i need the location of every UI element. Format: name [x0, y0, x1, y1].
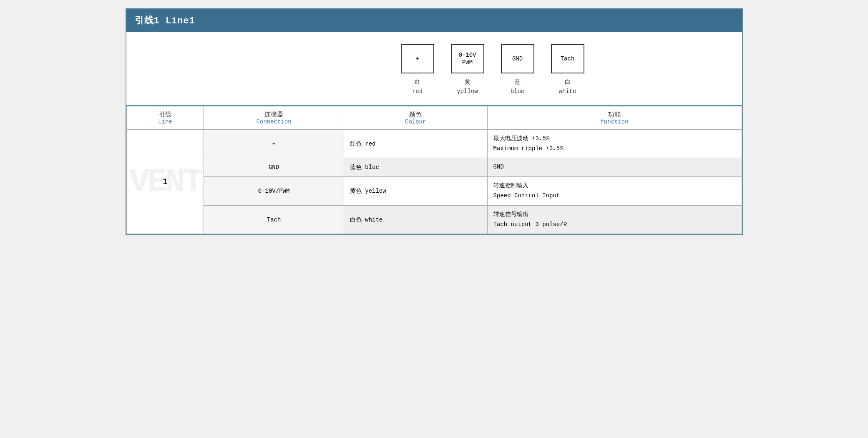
- label-white-zh: 白: [565, 79, 571, 86]
- connector-box-pwm: 0-10VPWM: [451, 44, 484, 73]
- table-header-row: 引线 Line 连接器 Connection 颜色 Colour 功能 func…: [126, 106, 742, 130]
- connector-gnd: GND: [204, 158, 344, 177]
- function-ripple: 最大电压波动 ±3.5%Maximum ripple ±3.5%: [487, 129, 742, 158]
- colour-yellow: 黄色 yellow: [344, 177, 487, 206]
- connector-tach: Tach: [204, 205, 344, 234]
- line-number: 1: [163, 177, 168, 186]
- connector-plus: +: [204, 129, 344, 158]
- header-connection: 连接器 Connection: [204, 106, 344, 130]
- connector-box-tach: Tach: [551, 44, 584, 73]
- connector-box-plus: +: [401, 44, 434, 73]
- header-function: 功能 function: [487, 106, 742, 130]
- diagram-inner: + 0-10VPWM GND Tach 红 red 黄 yellow 蓝 blu…: [401, 44, 584, 96]
- label-blue: 蓝 blue: [501, 78, 534, 96]
- colour-blue: 蓝色 blue: [344, 158, 487, 177]
- label-red-zh: 红: [415, 79, 420, 86]
- title-bar: 引线1 Line1: [126, 9, 742, 32]
- label-blue-zh: 蓝: [515, 79, 521, 86]
- table-row: 0-10V/PWM 黄色 yellow 转速控制输入Speed Control …: [126, 177, 742, 206]
- colour-red: 红色 red: [344, 129, 487, 158]
- connector-box-gnd: GND: [501, 44, 534, 73]
- label-white: 白 white: [551, 78, 584, 96]
- label-yellow-en: yellow: [457, 88, 478, 95]
- table-row: GND 蓝色 blue GND: [126, 158, 742, 177]
- main-table: 引线 Line 连接器 Connection 颜色 Colour 功能 func…: [126, 106, 742, 234]
- connector-pwm: 0-10V/PWM: [204, 177, 344, 206]
- connector-labels: 红 red 黄 yellow 蓝 blue 白 white: [401, 78, 584, 96]
- label-yellow: 黄 yellow: [451, 78, 484, 96]
- connector-boxes: + 0-10VPWM GND Tach: [401, 44, 584, 73]
- label-blue-en: blue: [511, 88, 525, 95]
- line-number-cell: 1 VENT: [126, 129, 204, 234]
- table-row: Tach 白色 white 转速信号输出Tach output 3 pulse/…: [126, 205, 742, 234]
- label-red: 红 red: [401, 78, 434, 96]
- label-red-en: red: [412, 88, 423, 95]
- title-text: 引线1 Line1: [135, 16, 195, 26]
- main-container: 引线1 Line1 + 0-10VPWM GND Tach 红 red 黄 ye…: [126, 8, 743, 235]
- label-yellow-zh: 黄: [465, 79, 470, 86]
- function-gnd: GND: [487, 158, 742, 177]
- header-colour: 颜色 Colour: [344, 106, 487, 130]
- table-row: 1 VENT + 红色 red 最大电压波动 ±3.5%Maximum ripp…: [126, 129, 742, 158]
- function-tach-output: 转速信号输出Tach output 3 pulse/R: [487, 205, 742, 234]
- label-white-en: white: [559, 88, 576, 95]
- header-line: 引线 Line: [126, 106, 204, 130]
- diagram-section: + 0-10VPWM GND Tach 红 red 黄 yellow 蓝 blu…: [126, 32, 742, 106]
- colour-white: 白色 white: [344, 205, 487, 234]
- function-speed-control: 转速控制输入Speed Control Input: [487, 177, 742, 206]
